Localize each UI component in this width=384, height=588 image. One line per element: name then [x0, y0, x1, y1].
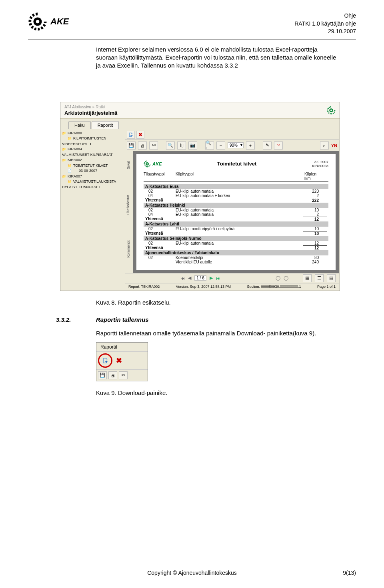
sidetab-kommentit[interactable]: Kommentit — [126, 240, 130, 257]
mail-icon[interactable]: ✉ — [119, 371, 128, 379]
figure-caption-8: Kuva 8. Raportin esikatselu. — [96, 299, 356, 306]
svg-point-5 — [146, 163, 148, 164]
report-row: 02EU-kilpi moottoripyörä / nelipyörä10 — [144, 227, 328, 231]
section-text: Raportti tallennetaan omalle työasemalla… — [96, 329, 340, 337]
report-row: 02EU-kilpi auton matala220 — [144, 189, 328, 193]
help-icon[interactable]: ? — [274, 142, 283, 149]
status-report: Report: T5KIRA002 — [128, 285, 160, 289]
layout-icon[interactable]: ▤ — [327, 274, 336, 282]
report-row: 02EU-kilpi auton matala10 — [144, 208, 328, 212]
save-icon[interactable]: 💾 — [127, 142, 136, 149]
first-page-icon[interactable]: ⏮ — [180, 276, 185, 281]
tree-item[interactable]: KIRA004 — [62, 147, 123, 152]
heading-number: 3.3.2. — [28, 316, 96, 323]
tree-item[interactable]: VALMISTUSTILAUKSISTA — [62, 179, 123, 185]
screenshot-report-preview: ATJ Aloitussivu » Ratki Arkistointijärje… — [60, 102, 340, 291]
download-icon[interactable] — [127, 131, 135, 139]
tab-raportit[interactable]: Raportit — [92, 121, 119, 129]
delete-icon[interactable]: ✖ — [114, 356, 124, 365]
footer-copyright: Copyright © Ajoneuvohallintokeskus — [0, 570, 384, 576]
brand-text: AKE — [50, 16, 69, 27]
zoom-in-icon[interactable]: 🔍+ — [205, 142, 214, 149]
tab-haku[interactable]: Haku — [68, 121, 91, 129]
prev-page-icon[interactable]: ◀ — [188, 275, 191, 281]
download-icon[interactable] — [100, 356, 110, 365]
zoom-out-icon[interactable]: − — [216, 142, 225, 149]
report-row: 02Koenumerokilpi80 — [144, 255, 328, 260]
layout-icon[interactable]: ☰ — [315, 274, 324, 282]
col-header: Tilaustyyppi — [144, 172, 176, 181]
mail-icon[interactable]: ✉ — [149, 142, 158, 149]
viewer-toolbar-1: ✖ — [125, 130, 339, 140]
logo-area: AKE — [28, 12, 69, 31]
ake-logo-small-icon — [327, 106, 336, 115]
status-version: Version: Sep 3, 2007 12:58:13 PM — [176, 285, 231, 289]
col-header: Kilpien lkm — [304, 172, 328, 181]
paper-brand: AKE — [152, 161, 162, 166]
tree-item[interactable]: KIRA002 — [62, 157, 123, 163]
page-header: AKE Ohje RATKI 1.0 käyttäjän ohje 29.10.… — [28, 12, 356, 36]
yahoo-label: YN — [331, 143, 337, 148]
snapshot-icon[interactable]: 📷 — [188, 142, 197, 149]
find-icon[interactable]: 🔍 — [166, 142, 175, 149]
highlight-circle — [98, 353, 112, 368]
app-title: Arkistointijärjestelmä — [64, 110, 117, 116]
search-web-icon[interactable]: ⌕ — [320, 142, 329, 149]
report-row: Vientikilpi EU autolle240 — [144, 260, 328, 264]
report-code: KIRA002a — [312, 164, 328, 168]
col-header: Kilpityyppi — [176, 172, 304, 181]
report-date: 3.9.2007 — [312, 160, 328, 164]
report-total-row: Yhteensä10 — [144, 231, 328, 236]
viewer-toolbar-2: 💾 🖨 ✉ 🔍 I▯ 📷 🔍+ − 90% + ✎ ? ⌕ — [125, 140, 339, 151]
tree-item[interactable]: KIRA007 — [62, 174, 123, 179]
sidetab-liite[interactable]: Liitetiedostot — [126, 195, 130, 215]
sign-icon[interactable]: ✎ — [263, 142, 272, 149]
tree-item[interactable]: TOIMITETUT KILVET — [62, 163, 123, 169]
svg-point-3 — [330, 110, 332, 111]
zoom-select[interactable]: 90% — [228, 142, 244, 148]
view-mode-icon[interactable]: ◯ — [284, 275, 288, 281]
layout-icon[interactable]: ▦ — [303, 274, 312, 282]
tree-item[interactable]: VIRHERAPORTTI — [62, 142, 123, 147]
report-total-row: Yhteensä12 — [144, 245, 328, 250]
page-nav: ⏮ ◀ 1 / 6 ▶ ⏭ ◯ ◯ ▦ ☰ ▤ — [125, 273, 339, 283]
sidetab-sivut[interactable]: Sivut — [126, 161, 130, 169]
next-page-icon[interactable]: ▶ — [210, 275, 213, 281]
zoom-plus-icon[interactable]: + — [246, 142, 255, 149]
svg-point-1 — [36, 20, 40, 24]
report-section-header: A-Katsastus Eura — [144, 184, 328, 189]
report-document: AKE Toimitetut kilvet 3.9.2007 KIRA002a … — [136, 154, 336, 270]
tree-item[interactable]: KIRA008 — [62, 131, 123, 136]
report-title: Toimitetut kilvet — [162, 161, 312, 167]
status-bar: Report: T5KIRA002 Version: Sep 3, 2007 1… — [125, 283, 339, 290]
delete-icon[interactable]: ✖ — [136, 131, 144, 139]
report-section-header: A-Katsastus Seinäjoki-Nurmo — [144, 236, 328, 241]
figure-caption-9: Kuva 9. Download-painike. — [96, 389, 356, 396]
page-indicator[interactable]: 1 / 6 — [194, 275, 206, 281]
tree-item[interactable]: KILPITOIMITUSTEN — [62, 136, 123, 142]
status-section: Section: 000050930.000000000.1 — [247, 285, 301, 289]
save-icon[interactable]: 💾 — [98, 371, 107, 379]
tree-item[interactable]: HYLATYT TUNNUKSET — [62, 185, 123, 190]
text-select-icon[interactable]: I▯ — [177, 142, 186, 149]
heading-title: Raportin tallennus — [96, 316, 149, 323]
page-number: 9(13) — [343, 570, 356, 576]
tab-label[interactable]: Raportit — [96, 343, 148, 351]
report-section-header: Ajoneuvohallintokeskus / Fabianinkatu — [144, 250, 328, 255]
report-total-row: Yhteensä12 — [144, 217, 328, 221]
tree-item[interactable]: VALMISTUNEET KILPISARJAT — [62, 152, 123, 158]
heading-3-3-2: 3.3.2. Raportin tallennus — [28, 316, 356, 323]
breadcrumb[interactable]: ATJ Aloitussivu » Ratki — [64, 105, 117, 109]
meta-line-2: RATKI 1.0 käyttäjän ohje — [294, 20, 356, 28]
report-row: 04EU-kilpi auton matala2 — [144, 212, 328, 217]
status-page: Page 1 of 1 — [317, 285, 336, 289]
tree-panel: KIRA008 KILPITOIMITUSTEN VIRHERAPORTTI K… — [60, 129, 124, 291]
tree-item-doc[interactable]: 03-09-2007 — [62, 168, 123, 174]
view-mode-icon[interactable]: ◯ — [276, 275, 280, 281]
body-paragraph: Internet Explorer selaimen versiossa 6.0… — [96, 46, 340, 70]
last-page-icon[interactable]: ⏭ — [216, 276, 220, 281]
print-icon[interactable]: 🖨 — [108, 371, 117, 379]
print-icon[interactable]: 🖨 — [138, 142, 147, 149]
report-total-row: Yhteensä222 — [144, 198, 328, 203]
report-row: 02EU-kilpi auton matala12 — [144, 241, 328, 245]
